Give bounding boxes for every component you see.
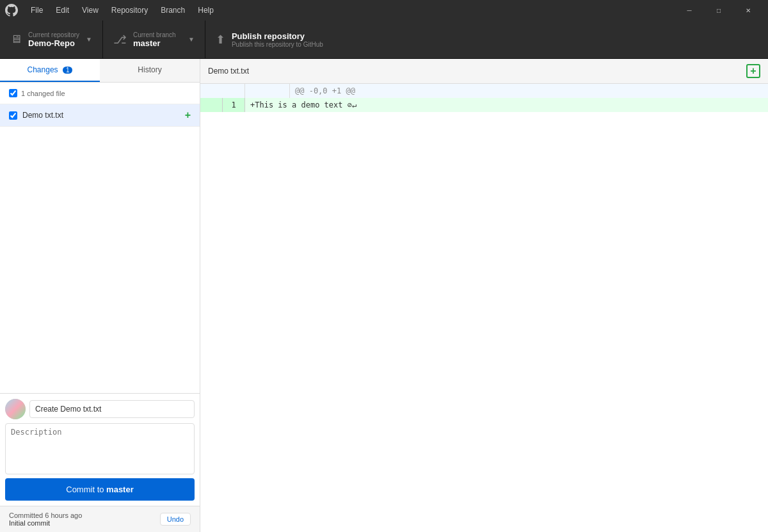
toolbar: 🖥 Current repository Demo-Repo ▼ ⎇ Curre…	[0, 20, 768, 59]
commit-button[interactable]: Commit to master	[5, 478, 195, 501]
last-commit-time: Committed 6 hours ago	[9, 512, 82, 519]
titlebar: File Edit View Repository Branch Help ─ …	[0, 0, 768, 20]
publish-button[interactable]: ⬆ Publish repository Publish this reposi…	[205, 20, 372, 58]
repository-text: Current repository Demo-Repo	[28, 31, 79, 48]
branch-label: Current branch	[133, 31, 182, 38]
main-layout: Changes 1 History 1 changed file Demo tx…	[0, 59, 768, 532]
menu-file[interactable]: File	[26, 4, 48, 16]
diff-meta-gutter2	[245, 84, 290, 98]
publish-sub: Publish this repository to GitHub	[232, 41, 323, 48]
changed-files-count: 1 changed file	[21, 90, 65, 97]
menu-help[interactable]: Help	[193, 4, 219, 16]
last-commit-info: Committed 6 hours ago Initial commit	[9, 512, 82, 527]
diff-add-line: 1 +This is a demo text ⊘↵	[200, 98, 768, 112]
file-added-icon: +	[185, 109, 191, 121]
branch-chevron-icon: ▼	[188, 36, 195, 43]
maximize-button[interactable]: □	[704, 0, 733, 20]
publish-text: Publish repository Publish this reposito…	[232, 31, 323, 48]
repository-chevron-icon: ▼	[86, 36, 92, 43]
branch-icon: ⎇	[113, 33, 127, 47]
commit-button-branch: master	[106, 485, 134, 494]
diff-filename: Demo txt.txt	[208, 67, 249, 76]
close-button[interactable]: ✕	[733, 0, 763, 20]
diff-content: @@ -0,0 +1 @@ 1 +This is a demo text ⊘↵	[200, 84, 768, 532]
diff-add-button[interactable]: +	[746, 64, 760, 78]
minimize-button[interactable]: ─	[675, 0, 704, 20]
diff-add-code: +This is a demo text ⊘↵	[245, 98, 768, 112]
window-controls: ─ □ ✕	[675, 0, 763, 20]
menu-bar: File Edit View Repository Branch Help	[26, 4, 219, 16]
file-name: Demo txt.txt	[22, 111, 180, 120]
changed-files-header: 1 changed file	[0, 83, 200, 104]
tab-changes[interactable]: Changes 1	[0, 59, 100, 82]
diff-gutter-old	[200, 98, 223, 112]
last-commit-bar: Committed 6 hours ago Initial commit Und…	[0, 506, 200, 532]
tab-history[interactable]: History	[100, 59, 200, 82]
changes-badge: 1	[63, 67, 73, 74]
diff-header: Demo txt.txt +	[200, 59, 768, 84]
upload-icon: ⬆	[216, 33, 225, 47]
commit-summary-input[interactable]	[29, 400, 195, 418]
branch-selector[interactable]: ⎇ Current branch master ▼	[103, 20, 205, 58]
list-item[interactable]: Demo txt.txt +	[0, 104, 200, 127]
menu-branch[interactable]: Branch	[156, 4, 190, 16]
menu-repository[interactable]: Repository	[106, 4, 153, 16]
branch-text: Current branch master	[133, 31, 182, 48]
monitor-icon: 🖥	[10, 33, 22, 46]
commit-button-text: Commit to	[66, 485, 106, 494]
select-all-checkbox[interactable]	[9, 89, 17, 97]
undo-button[interactable]: Undo	[160, 513, 191, 526]
commit-description-input[interactable]	[5, 423, 195, 474]
diff-area: Demo txt.txt + @@ -0,0 +1 @@ 1 +This is …	[200, 59, 768, 532]
diff-gutter-new: 1	[223, 98, 245, 112]
sidebar: Changes 1 History 1 changed file Demo tx…	[0, 59, 200, 532]
file-checkbox[interactable]	[9, 111, 17, 120]
sidebar-tabs: Changes 1 History	[0, 59, 200, 83]
repository-value: Demo-Repo	[28, 38, 79, 48]
github-logo	[5, 4, 18, 17]
diff-meta-gutter	[200, 84, 245, 98]
avatar-image	[5, 399, 26, 419]
diff-meta-line: @@ -0,0 +1 @@	[200, 84, 768, 98]
repository-label: Current repository	[28, 31, 79, 38]
diff-meta-code: @@ -0,0 +1 @@	[290, 84, 360, 98]
last-commit-message: Initial commit	[9, 519, 82, 527]
sidebar-spacer	[0, 127, 200, 393]
repository-selector[interactable]: 🖥 Current repository Demo-Repo ▼	[0, 20, 103, 58]
avatar	[5, 399, 26, 419]
commit-area: Commit to master	[0, 393, 200, 506]
commit-summary-row	[5, 399, 195, 419]
publish-label: Publish repository	[232, 31, 323, 41]
branch-value: master	[133, 38, 182, 48]
menu-view[interactable]: View	[77, 4, 104, 16]
menu-edit[interactable]: Edit	[51, 4, 74, 16]
